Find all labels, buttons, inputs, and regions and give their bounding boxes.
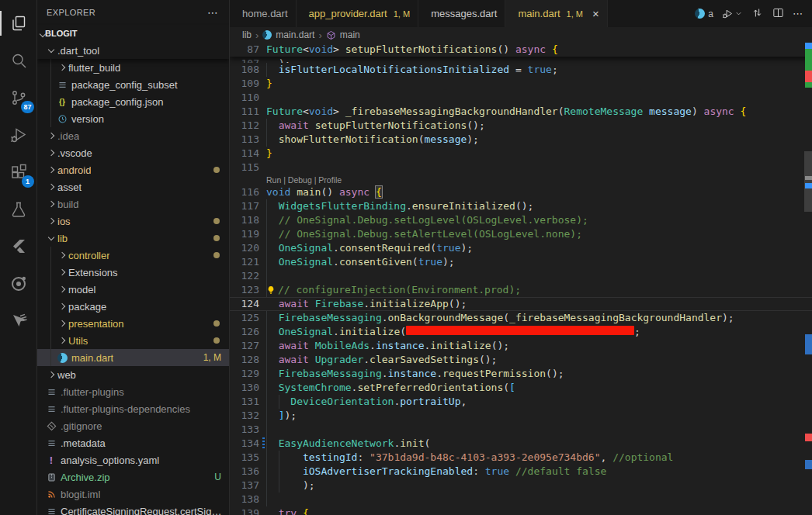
code-line[interactable]: 130 SystemChrome.setPreferredOrientation… (230, 381, 812, 395)
tree-item-web[interactable]: web (37, 366, 229, 383)
code-line[interactable]: 120 OneSignal.consentRequired(true); (230, 241, 812, 255)
code-line[interactable]: 108 isFlutterLocalNotificationsInitializ… (230, 63, 812, 77)
activity-search-icon[interactable] (0, 42, 37, 79)
code-line[interactable]: 136 iOSAdvertiserTrackingEnabled: true /… (230, 465, 812, 479)
code-line[interactable]: 133 (230, 423, 812, 437)
line-number[interactable]: 137 (230, 479, 259, 493)
code-line[interactable]: 117 WidgetsFlutterBinding.ensureInitiali… (230, 199, 812, 213)
tree-item-.dart_tool[interactable]: .dart_tool (37, 42, 229, 59)
line-number[interactable]: 116 (230, 185, 259, 199)
line-number[interactable]: 125 (230, 311, 259, 325)
tree-item-ios[interactable]: ios (37, 213, 229, 230)
code-editor[interactable]: 87Future<void> setupFlutterNotifications… (230, 43, 812, 515)
code-line[interactable]: 111Future<void> _firebaseMessagingBackgr… (230, 105, 812, 119)
lightbulb-icon[interactable] (266, 285, 278, 295)
tree-item-.vscode[interactable]: .vscode (37, 144, 229, 161)
code-line[interactable]: 119 // OneSignal.Debug.setAlertLevel(OSL… (230, 227, 812, 241)
code-line[interactable]: 118 // OneSignal.Debug.setLogLevel(OSLog… (230, 213, 812, 227)
tab-app_provider-dart[interactable]: app_provider.dart1, M (297, 0, 419, 27)
activity-pointer-icon[interactable] (0, 302, 37, 340)
code-line[interactable]: 124 await Firebase.initializeApp(); (230, 297, 812, 311)
more-actions-icon[interactable]: ⋯ (207, 6, 220, 19)
line-number[interactable]: 121 (230, 255, 259, 269)
code-line[interactable]: 116void main() async { (230, 185, 812, 199)
line-number[interactable]: 108 (230, 63, 259, 77)
code-line[interactable]: 129 FirebaseMessaging.instance.requestPe… (230, 367, 812, 381)
breadcrumb-item[interactable]: lib (242, 29, 252, 40)
line-number[interactable]: 131 (230, 395, 259, 409)
line-number[interactable]: 133 (230, 423, 259, 437)
more-actions-icon[interactable]: ⋯ (793, 8, 804, 19)
codelens-run-debug-profile[interactable]: Run | Debug | Profile (230, 175, 812, 185)
tree-item-archive.zip[interactable]: Archive.zipU (37, 468, 229, 486)
line-number[interactable]: 117 (230, 199, 259, 213)
activity-flutter-icon[interactable] (0, 228, 37, 265)
line-number[interactable]: 110 (230, 91, 259, 105)
line-number[interactable]: 111 (230, 105, 259, 119)
activity-files-icon[interactable] (0, 5, 37, 42)
code-line[interactable]: 126 OneSignal.initialize(; (230, 325, 812, 339)
line-number[interactable]: 139 (230, 506, 259, 515)
line-number[interactable]: 132 (230, 409, 259, 423)
line-number[interactable]: 114 (230, 147, 259, 161)
code-line[interactable]: 137 ); (230, 479, 812, 493)
tree-item-package_config_subset[interactable]: package_config_subset (37, 76, 229, 93)
line-number[interactable]: 127 (230, 339, 259, 353)
line-number[interactable]: 112 (230, 119, 259, 133)
tree-item-lib[interactable]: lib (37, 230, 229, 247)
line-number[interactable]: 122 (230, 269, 259, 283)
line-number[interactable]: 135 (230, 451, 259, 465)
activity-run-debug-icon[interactable] (0, 116, 37, 154)
tab-messages-dart[interactable]: messages.dart (418, 0, 505, 27)
tree-item-asset[interactable]: asset (37, 178, 229, 195)
code-line[interactable]: 113 showFlutterNotification(message); (230, 133, 812, 147)
code-line[interactable]: 125 FirebaseMessaging.onBackgroundMessag… (230, 311, 812, 325)
tree-item-flutter_build[interactable]: flutter_build (37, 59, 229, 76)
line-number[interactable]: 129 (230, 367, 259, 381)
sticky-scroll-line[interactable]: 87Future<void> setupFlutterNotifications… (230, 43, 812, 57)
code-line[interactable]: 115 (230, 161, 812, 175)
project-section-row[interactable]: BLOGIT (37, 25, 229, 42)
sticky-code-line[interactable]: 87Future<void> setupFlutterNotifications… (230, 43, 812, 57)
code-line[interactable]: 131 DeviceOrientation.portraitUp, (230, 395, 812, 409)
code-line[interactable]: 138 (230, 493, 812, 506)
split-editor-button[interactable] (772, 6, 785, 22)
line-number[interactable]: 120 (230, 241, 259, 255)
tree-item-package[interactable]: package (37, 298, 229, 315)
sync-changes-button[interactable] (751, 6, 764, 22)
code-line[interactable]: 134 EasyAudienceNetwork.init( (230, 437, 812, 451)
tree-item-certificatesigningrequest.certsig[interactable]: CertificateSigningRequest.certSig… (37, 503, 229, 515)
tree-item-analysis_options.yaml[interactable]: !analysis_options.yaml (37, 451, 229, 468)
line-number[interactable]: 124 (230, 297, 259, 311)
code-line[interactable]: 132 ]); (230, 409, 812, 423)
tree-item-main.dart[interactable]: main.dart1, M (37, 349, 229, 366)
code-line[interactable]: 114} (230, 147, 812, 161)
breadcrumb-item[interactable]: main (340, 29, 360, 40)
line-number[interactable]: 87 (230, 43, 259, 57)
code-line[interactable]: 135 testingId: "37b1da9d-b48c-4103-a393-… (230, 451, 812, 465)
tree-item-.flutter-plugins-dependencies[interactable]: .flutter-plugins-dependencies (37, 400, 229, 417)
line-number[interactable]: 115 (230, 161, 259, 175)
run-debug-button[interactable] (721, 7, 743, 20)
tree-item-.flutter-plugins[interactable]: .flutter-plugins (37, 383, 229, 400)
tree-item-utils[interactable]: Utils (37, 332, 229, 349)
tree-item-.metadata[interactable]: .metadata (37, 434, 229, 451)
line-number[interactable]: 134 (230, 437, 259, 451)
tab-main-dart[interactable]: main.dart1, M× (505, 0, 607, 27)
code-line[interactable]: 123// configureInjection(Environment.pro… (230, 283, 812, 297)
tree-item-android[interactable]: android (37, 161, 229, 178)
tab-home-dart[interactable]: home.dart (230, 0, 297, 27)
tree-item-version[interactable]: version (37, 110, 229, 127)
activity-extensions-icon[interactable]: 1 (0, 154, 37, 191)
tree-item-controller[interactable]: controller (37, 247, 229, 264)
line-number[interactable]: 126 (230, 325, 259, 339)
scrollbar-thumb[interactable] (804, 151, 812, 212)
line-number[interactable]: 138 (230, 493, 259, 506)
code-line[interactable]: 109} (230, 77, 812, 91)
line-number[interactable]: 128 (230, 353, 259, 367)
code-line[interactable]: 139 try { (230, 506, 812, 515)
activity-source-control-icon[interactable]: 87 (0, 79, 37, 116)
overview-ruler[interactable] (804, 43, 812, 515)
tree-item-build[interactable]: build (37, 195, 229, 213)
line-number[interactable]: 113 (230, 133, 259, 147)
